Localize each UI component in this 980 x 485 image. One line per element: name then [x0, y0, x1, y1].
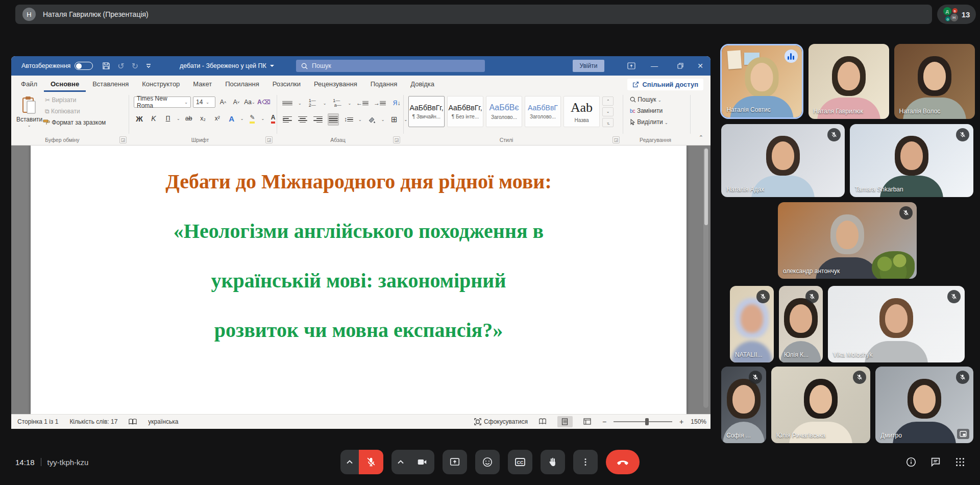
justify-button[interactable] — [328, 113, 339, 126]
zoom-out-button[interactable]: − — [602, 418, 606, 426]
font-dialog-launcher[interactable]: ◲ — [265, 136, 273, 143]
align-left-button[interactable] — [282, 113, 293, 126]
document-area[interactable]: Дебати до Міжнародного дня рідної мови: … — [11, 146, 710, 414]
meeting-details-icon[interactable] — [905, 456, 917, 468]
raise-hand-button[interactable] — [541, 450, 565, 474]
print-layout-button[interactable] — [557, 416, 573, 427]
participant-tile[interactable]: Наталія Адах — [721, 124, 845, 197]
camera-options-chevron[interactable] — [391, 450, 410, 474]
web-layout-button[interactable] — [580, 416, 595, 427]
page-indicator[interactable]: Сторінка 1 із 1 — [17, 418, 58, 425]
paste-button[interactable]: Вставити ⌄ — [16, 96, 42, 128]
font-size-select[interactable]: 14⌄ — [193, 96, 215, 108]
participant-tile[interactable]: NATALII... — [730, 286, 774, 362]
find-button[interactable]: Пошук ⌄ — [630, 96, 668, 103]
style-heading2[interactable]: АаБбВвГ Заголово... — [525, 96, 561, 127]
change-case-button[interactable]: Aa⌄ — [244, 96, 255, 108]
decrease-indent-button[interactable]: ← — [356, 97, 369, 109]
style-normal[interactable]: АаБбВвГг, ¶ Звичайн... — [408, 96, 445, 127]
mic-options-chevron[interactable] — [340, 450, 359, 474]
bold-button[interactable]: Ж — [134, 112, 145, 125]
superscript-button[interactable]: x² — [212, 112, 223, 125]
align-center-button[interactable] — [297, 113, 308, 126]
clipboard-dialog-launcher[interactable]: ◲ — [119, 136, 127, 143]
sign-in-button[interactable]: Увійти — [573, 60, 604, 72]
numbering-button[interactable]: 1—2— — [307, 97, 318, 109]
captions-button[interactable]: CC — [508, 450, 532, 474]
multilevel-list-button[interactable]: 1— а— — [331, 97, 342, 109]
focus-mode-button[interactable]: Сфокусуватися — [474, 418, 528, 425]
underline-button[interactable]: П — [162, 112, 174, 125]
spellcheck-icon[interactable] — [129, 418, 137, 425]
font-family-select[interactable]: Times New Roma⌄ — [134, 96, 191, 108]
italic-button[interactable]: K — [148, 112, 159, 125]
participant-tile[interactable]: Vika Moloshyk — [828, 286, 965, 362]
participant-tile[interactable]: Юлія К... — [779, 286, 823, 362]
text-effects-button[interactable]: A — [226, 112, 237, 125]
strikethrough-button[interactable]: ab — [183, 112, 194, 125]
styles-scroll-up[interactable]: ⌄ — [602, 96, 614, 106]
language-indicator[interactable]: українська — [148, 418, 178, 425]
zoom-slider[interactable] — [614, 421, 672, 422]
tab-file[interactable]: Файл — [14, 77, 44, 92]
clear-formatting-button[interactable]: A⌫ — [257, 96, 271, 108]
close-button[interactable]: ✕ — [690, 56, 710, 76]
styles-scroll-down[interactable]: ⌄ — [602, 107, 614, 116]
search-input[interactable]: Пошук — [296, 60, 485, 72]
tab-insert[interactable]: Вставлення — [86, 77, 135, 92]
save-icon[interactable] — [102, 62, 110, 70]
style-heading1[interactable]: АаБбВє Заголово... — [486, 96, 522, 127]
collapse-ribbon-button[interactable]: ⌃ — [699, 134, 703, 141]
tab-review[interactable]: Рецензування — [307, 77, 364, 92]
document-title[interactable]: дебати - Збережено у цей ПК — [180, 56, 275, 76]
participant-tile[interactable]: Софія ... — [721, 367, 766, 443]
highlight-button[interactable]: ✎ — [247, 112, 258, 125]
shading-button[interactable] — [366, 113, 377, 126]
document-page[interactable]: Дебати до Міжнародного дня рідної мови: … — [31, 146, 687, 414]
camera-button[interactable] — [410, 450, 434, 474]
customize-quick-access-icon[interactable] — [145, 63, 152, 69]
tab-layout[interactable]: Макет — [186, 77, 218, 92]
read-mode-button[interactable] — [535, 416, 550, 427]
participant-tile[interactable]: Дмитро — [875, 367, 973, 443]
paragraph-dialog-launcher[interactable]: ◲ — [393, 136, 400, 143]
line-spacing-button[interactable]: ↕ — [343, 113, 354, 126]
participant-tile[interactable]: Наталія Волос — [894, 44, 975, 119]
mic-mute-button[interactable] — [359, 450, 383, 474]
reactions-button[interactable] — [475, 450, 500, 474]
increase-indent-button[interactable]: → — [374, 97, 386, 109]
tab-help[interactable]: Довідка — [404, 77, 441, 92]
more-options-button[interactable] — [573, 450, 598, 474]
word-count[interactable]: Кількість слів: 17 — [69, 418, 117, 425]
restore-button[interactable] — [670, 56, 691, 76]
copy-button[interactable]: ⧉ Копіювати — [45, 108, 80, 115]
zoom-in-button[interactable]: + — [679, 418, 683, 426]
grow-font-button[interactable]: A˄ — [217, 96, 229, 108]
styles-gallery-expand[interactable]: ⌄̲ — [602, 118, 614, 127]
redo-icon[interactable]: ↻ — [132, 61, 138, 71]
replace-button[interactable]: bc Замінити — [630, 107, 668, 114]
subscript-button[interactable]: x₂ — [198, 112, 209, 125]
present-button[interactable] — [443, 450, 467, 474]
chat-icon[interactable] — [930, 456, 941, 468]
bullets-button[interactable] — [282, 97, 293, 109]
participant-tile[interactable]: олександр антончук — [778, 202, 917, 279]
participant-tile[interactable]: Tamara Shkarban — [850, 124, 973, 197]
autosave-toggle[interactable] — [75, 62, 93, 70]
activities-icon[interactable] — [954, 456, 966, 468]
tab-mailings[interactable]: Розсилки — [266, 77, 307, 92]
tab-view[interactable]: Подання — [364, 77, 404, 92]
style-title[interactable]: Ааb Назва — [564, 96, 600, 127]
sort-button[interactable]: Я↓ — [391, 97, 402, 109]
pip-icon[interactable] — [957, 429, 969, 439]
minimize-button[interactable]: — — [644, 56, 665, 76]
end-call-button[interactable] — [606, 450, 640, 474]
select-button[interactable]: Виділити ⌄ — [630, 118, 668, 126]
tab-references[interactable]: Посилання — [218, 77, 266, 92]
zoom-level[interactable]: 150% — [691, 418, 706, 425]
shrink-font-button[interactable]: A˅ — [231, 96, 242, 108]
format-painter-button[interactable]: Формат за зразком — [43, 119, 106, 126]
participant-tile[interactable]: Наталія Совтис — [720, 44, 803, 119]
align-right-button[interactable] — [312, 113, 324, 126]
participant-tile[interactable]: Юлія Ричагівська — [771, 367, 870, 443]
